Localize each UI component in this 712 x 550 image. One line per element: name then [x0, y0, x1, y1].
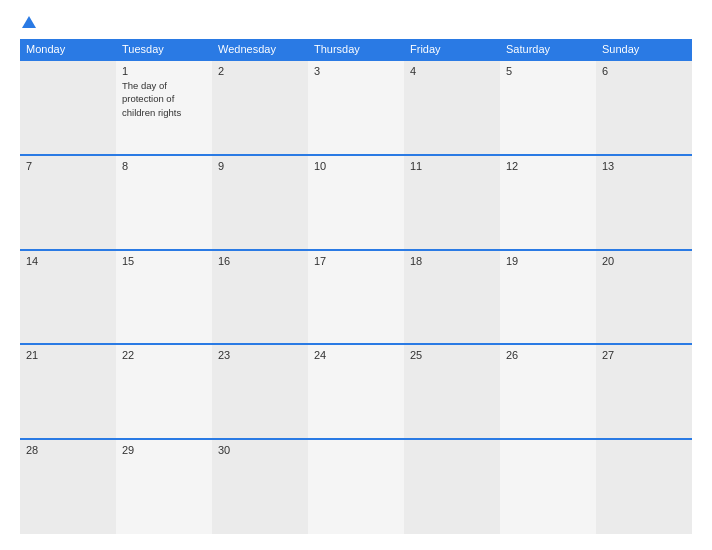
- weekday-header-saturday: Saturday: [500, 39, 596, 60]
- day-number: 21: [26, 349, 110, 361]
- day-cell: 30: [212, 439, 308, 534]
- day-number: 28: [26, 444, 110, 456]
- day-cell: 1The day of protection of children right…: [116, 60, 212, 155]
- day-number: 24: [314, 349, 398, 361]
- day-number: 19: [506, 255, 590, 267]
- day-cell: 28: [20, 439, 116, 534]
- day-cell: 4: [404, 60, 500, 155]
- day-cell: 2: [212, 60, 308, 155]
- weekday-header-friday: Friday: [404, 39, 500, 60]
- day-cell: [596, 439, 692, 534]
- day-number: 7: [26, 160, 110, 172]
- day-cell: [404, 439, 500, 534]
- day-cell: 21: [20, 344, 116, 439]
- weekday-header-row: MondayTuesdayWednesdayThursdayFridaySatu…: [20, 39, 692, 60]
- day-cell: 12: [500, 155, 596, 250]
- day-cell: [500, 439, 596, 534]
- day-number: 29: [122, 444, 206, 456]
- day-cell: 19: [500, 250, 596, 345]
- day-cell: 25: [404, 344, 500, 439]
- day-cell: 3: [308, 60, 404, 155]
- day-number: 9: [218, 160, 302, 172]
- day-number: 4: [410, 65, 494, 77]
- day-cell: 11: [404, 155, 500, 250]
- day-number: 15: [122, 255, 206, 267]
- day-number: 8: [122, 160, 206, 172]
- day-cell: [308, 439, 404, 534]
- day-cell: 15: [116, 250, 212, 345]
- day-cell: 5: [500, 60, 596, 155]
- day-number: 5: [506, 65, 590, 77]
- day-cell: 26: [500, 344, 596, 439]
- week-row-1: 1The day of protection of children right…: [20, 60, 692, 155]
- weekday-header-thursday: Thursday: [308, 39, 404, 60]
- day-cell: 10: [308, 155, 404, 250]
- day-cell: 17: [308, 250, 404, 345]
- day-cell: 7: [20, 155, 116, 250]
- day-number: 3: [314, 65, 398, 77]
- day-number: 14: [26, 255, 110, 267]
- day-number: 30: [218, 444, 302, 456]
- day-number: 16: [218, 255, 302, 267]
- day-cell: 14: [20, 250, 116, 345]
- day-number: 23: [218, 349, 302, 361]
- day-number: 27: [602, 349, 686, 361]
- day-cell: 24: [308, 344, 404, 439]
- day-cell: 8: [116, 155, 212, 250]
- logo-triangle-icon: [22, 16, 36, 28]
- day-number: 13: [602, 160, 686, 172]
- day-number: 26: [506, 349, 590, 361]
- weekday-header-sunday: Sunday: [596, 39, 692, 60]
- day-cell: 6: [596, 60, 692, 155]
- day-number: 10: [314, 160, 398, 172]
- day-number: 11: [410, 160, 494, 172]
- day-cell: 29: [116, 439, 212, 534]
- weekday-header-wednesday: Wednesday: [212, 39, 308, 60]
- calendar-table: MondayTuesdayWednesdayThursdayFridaySatu…: [20, 39, 692, 534]
- logo: [20, 16, 36, 29]
- day-number: 17: [314, 255, 398, 267]
- day-cell: 13: [596, 155, 692, 250]
- day-cell: 22: [116, 344, 212, 439]
- header: [20, 16, 692, 29]
- day-number: 25: [410, 349, 494, 361]
- weekday-header-monday: Monday: [20, 39, 116, 60]
- day-cell: 20: [596, 250, 692, 345]
- day-cell: 9: [212, 155, 308, 250]
- week-row-4: 21222324252627: [20, 344, 692, 439]
- day-cell: 23: [212, 344, 308, 439]
- day-cell: 27: [596, 344, 692, 439]
- day-cell: [20, 60, 116, 155]
- day-cell: 16: [212, 250, 308, 345]
- week-row-5: 282930: [20, 439, 692, 534]
- weekday-header-tuesday: Tuesday: [116, 39, 212, 60]
- day-cell: 18: [404, 250, 500, 345]
- day-number: 22: [122, 349, 206, 361]
- week-row-3: 14151617181920: [20, 250, 692, 345]
- day-number: 20: [602, 255, 686, 267]
- day-number: 6: [602, 65, 686, 77]
- calendar-page: MondayTuesdayWednesdayThursdayFridaySatu…: [0, 0, 712, 550]
- day-number: 12: [506, 160, 590, 172]
- week-row-2: 78910111213: [20, 155, 692, 250]
- holiday-text: The day of protection of children rights: [122, 80, 181, 118]
- day-number: 18: [410, 255, 494, 267]
- day-number: 1: [122, 65, 206, 77]
- day-number: 2: [218, 65, 302, 77]
